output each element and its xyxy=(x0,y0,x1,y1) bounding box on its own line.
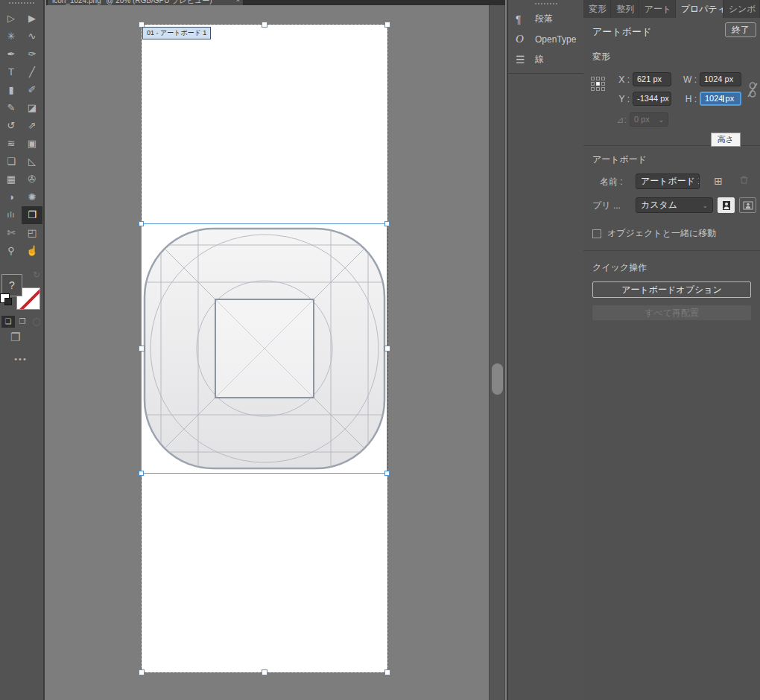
blend-tool[interactable]: ◑ xyxy=(1,188,22,206)
paragraph-label: 段落 xyxy=(535,13,553,25)
slice-selection-tool[interactable]: ◰ xyxy=(22,224,42,242)
paragraph-panel-button[interactable]: ¶ 段落 xyxy=(508,9,583,29)
artboard-name-field[interactable]: アートボード 1 xyxy=(636,174,700,189)
selection-handle[interactable] xyxy=(139,221,144,226)
y-label: Y : xyxy=(612,94,630,104)
direct-selection-tool[interactable]: ▷ xyxy=(1,10,22,28)
toolbar-drag-handle[interactable] xyxy=(9,2,34,4)
rectangle-tool[interactable]: ▮ xyxy=(1,81,22,99)
pencil-tool[interactable]: ✎ xyxy=(1,99,22,117)
swap-fill-stroke-icon[interactable]: ↻ xyxy=(33,270,40,280)
draw-normal-icon: ❏ xyxy=(5,317,12,325)
h-field[interactable]: 1024 pxI xyxy=(700,92,741,106)
draw-inside-icon: ◯ xyxy=(32,317,40,325)
draw-behind-button[interactable]: ❐ xyxy=(16,316,29,328)
preset-dropdown[interactable]: カスタム⌄ xyxy=(636,197,713,213)
illustrator-window: icon_1024.png* @ 20% (RGB/GPU プレビュー) × ▷… xyxy=(0,0,760,700)
line-segment-icon: ╱ xyxy=(29,66,35,77)
landscape-icon xyxy=(743,201,753,210)
shape-builder-tool[interactable]: ❏ xyxy=(1,153,22,171)
edit-toolbar-button[interactable]: ••• xyxy=(0,354,42,363)
selection-handle[interactable] xyxy=(139,471,144,476)
default-fill-stroke-icon[interactable] xyxy=(0,293,10,303)
unlink-dimensions-icon[interactable] xyxy=(747,81,759,99)
scale-tool[interactable]: ⇗ xyxy=(22,117,42,135)
opentype-panel-button[interactable]: O OpenType xyxy=(508,29,583,49)
lasso-tool[interactable]: ∿ xyxy=(22,28,42,45)
screen-mode-button[interactable]: ❐ xyxy=(10,331,20,344)
shape-builder-icon: ❏ xyxy=(7,156,16,167)
x-field[interactable]: 621 px xyxy=(633,72,671,86)
column-graph-tool[interactable]: ılı xyxy=(1,206,22,224)
artboard-tool[interactable]: ❐ xyxy=(22,206,42,224)
slice-tool[interactable]: ✄ xyxy=(1,224,22,242)
symbol-sprayer-tool[interactable]: ✺ xyxy=(22,188,42,206)
document-tab[interactable]: icon_1024.png* @ 20% (RGB/GPU プレビュー) × xyxy=(48,0,243,5)
lasso-icon: ∿ xyxy=(28,31,37,42)
selection-handle[interactable] xyxy=(384,471,390,476)
eyedropper-tool[interactable]: ✇ xyxy=(22,171,42,188)
mesh-tool[interactable]: ▦ xyxy=(1,171,22,188)
artboard-options-button[interactable]: アートボードオプション xyxy=(592,281,751,298)
stroke-panel-button[interactable]: ☰ 線 xyxy=(508,49,583,69)
move-with-art-checkbox[interactable] xyxy=(592,229,601,238)
hand-tool[interactable]: ☝ xyxy=(22,242,42,260)
close-tab-icon[interactable]: × xyxy=(236,0,240,4)
type-icon: T xyxy=(8,66,14,77)
zoom-tool[interactable]: ⚲ xyxy=(1,242,22,260)
artboard-name-chip[interactable]: 01 - アートボード 1 xyxy=(142,27,211,39)
w-field[interactable]: 1024 px xyxy=(700,72,741,86)
tab-artboards[interactable]: アート xyxy=(639,0,676,18)
y-field[interactable]: -1344 px xyxy=(633,92,671,106)
quick-actions-title: クイック操作 xyxy=(592,261,760,274)
canvas[interactable]: 01 - アートボード 1 xyxy=(46,5,505,700)
draw-inside-button[interactable]: ◯ xyxy=(30,316,43,328)
selection-tool[interactable]: ▶ xyxy=(22,10,42,28)
paintbrush-icon: ✐ xyxy=(28,84,37,95)
delete-artboard-button[interactable] xyxy=(737,174,750,188)
vertical-scrollbar[interactable] xyxy=(489,5,505,700)
perspective-grid-icon: ◺ xyxy=(28,156,36,167)
width-icon: ≋ xyxy=(7,138,16,149)
portrait-orientation-button[interactable] xyxy=(718,197,735,213)
chevron-down-icon: ⌄ xyxy=(702,199,708,213)
artboard-handle[interactable] xyxy=(262,22,267,28)
exit-button[interactable]: 終了 xyxy=(725,22,756,37)
new-artboard-button[interactable]: ⊞ xyxy=(712,174,725,188)
artboard-handle[interactable] xyxy=(139,346,145,351)
paintbrush-tool[interactable]: ✐ xyxy=(22,81,42,99)
magic-wand-icon: ✳ xyxy=(7,31,16,42)
perspective-grid-tool[interactable]: ◺ xyxy=(22,153,42,171)
free-transform-tool[interactable]: ▣ xyxy=(22,135,42,153)
artboard-handle[interactable] xyxy=(384,22,390,28)
draw-normal-button[interactable]: ❏ xyxy=(1,316,15,328)
pen-tool[interactable]: ✒ xyxy=(1,45,22,63)
line-segment-tool[interactable]: ╱ xyxy=(22,63,42,81)
artboard-handle[interactable] xyxy=(139,669,145,675)
selection-handle[interactable] xyxy=(384,221,390,226)
scrollbar-thumb[interactable] xyxy=(492,363,503,395)
stroke-icon: ☰ xyxy=(516,54,535,66)
tab-align[interactable]: 整列 xyxy=(611,0,639,18)
artboard-handle[interactable] xyxy=(262,669,267,675)
curvature-tool[interactable]: ✑ xyxy=(22,45,42,63)
name-label: 名前 : xyxy=(600,176,623,188)
tab-transform[interactable]: 変形 xyxy=(583,0,611,18)
type-tool[interactable]: T xyxy=(1,63,22,81)
rearrange-all-button[interactable]: すべて再配置 xyxy=(592,305,751,320)
artboard[interactable]: 01 - アートボード 1 xyxy=(142,25,387,672)
artboard-handle[interactable] xyxy=(384,669,390,675)
mesh-icon: ▦ xyxy=(7,174,16,185)
magic-wand-tool[interactable]: ✳ xyxy=(1,28,22,45)
reference-point-locator-icon[interactable] xyxy=(591,77,606,92)
width-tool[interactable]: ≋ xyxy=(1,135,22,153)
tab-properties[interactable]: プロパティ xyxy=(676,0,723,18)
eraser-tool[interactable]: ◪ xyxy=(22,99,42,117)
opentype-icon: O xyxy=(516,33,535,45)
document-tab-bar: icon_1024.png* @ 20% (RGB/GPU プレビュー) × xyxy=(46,0,505,5)
tab-symbols[interactable]: シンボ xyxy=(723,0,760,18)
rotate-tool[interactable]: ↺ xyxy=(1,117,22,135)
dock-drag-handle[interactable] xyxy=(535,3,557,4)
artboard-handle[interactable] xyxy=(384,346,390,351)
landscape-orientation-button[interactable] xyxy=(739,197,756,213)
